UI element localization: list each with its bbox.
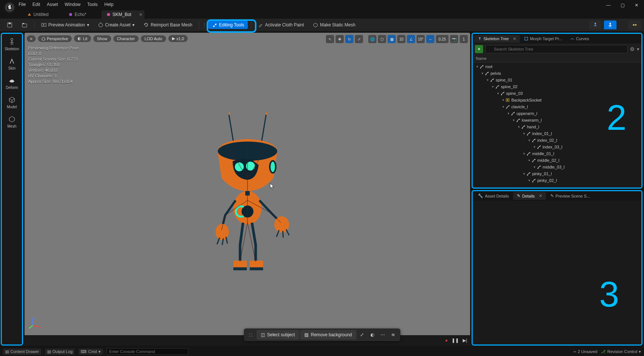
menu-edit[interactable]: Edit [32,2,40,7]
console-input[interactable] [107,348,188,355]
menu-file[interactable]: File [19,2,26,7]
playback-speed[interactable]: ▶x1.0 [168,35,188,42]
minimize-button[interactable]: — [603,1,614,9]
svg-point-8 [595,23,596,24]
tree-row[interactable]: ▾pinky_02_l [473,177,641,184]
tree-row[interactable]: ▾lowerarm_l [473,117,641,124]
tool-model[interactable]: Model [7,96,17,109]
output-log-button[interactable]: ▤Output Log [45,349,75,355]
grid-snap-toggle[interactable]: ▦ [388,35,396,43]
show-button[interactable]: Show [93,35,111,42]
unsaved-indicator[interactable]: ▫▫2 Unsaved [573,349,597,354]
tool-deform[interactable]: Deform [6,76,18,90]
tree-row[interactable]: ▾upperarm_l [473,110,641,117]
viewport[interactable]: ≡ Perspective ◐Lit Show Character LOD Au… [25,33,470,346]
close-icon[interactable]: ✕ [139,12,142,17]
content-drawer-button[interactable]: ▤Content Drawer [3,349,41,355]
tree-row[interactable]: ▾index_03_l [473,144,641,150]
close-icon[interactable]: ✕ [513,36,516,41]
surface-snap[interactable]: ⬡ [378,35,386,43]
rotation-snap-value[interactable]: 10° [417,35,425,43]
select-tool[interactable]: ↖ [326,35,334,43]
tree-row[interactable]: ▾spine_02 [473,83,641,90]
skeleton-mode-button[interactable] [589,20,602,29]
tree-row[interactable]: ▾middle_01_l [473,150,641,157]
maximize-button[interactable]: ▢ [617,1,628,9]
scale-tool[interactable]: ⤢ [355,35,363,43]
camera-speed-value[interactable]: 1 [460,35,468,43]
tab-curves[interactable]: Curves [567,35,593,42]
close-icon[interactable]: ✕ [539,193,542,198]
tab-asset-details[interactable]: 🔧Asset Details [474,192,512,200]
browse-button[interactable] [18,20,31,29]
tab-skm-bot[interactable]: SKM_Bot ✕ [101,10,145,19]
menu-window[interactable]: Window [65,2,81,7]
rotate-tool[interactable]: ↻ [345,35,353,43]
character-button[interactable]: Character [113,35,139,42]
tree-row[interactable]: ▾BackpackSocket [473,97,641,103]
skeleton-tree[interactable]: ▾root▾pelvis▾spine_01▾spine_02▾spine_03▾… [473,62,641,187]
world-local-toggle[interactable]: 🌐 [368,35,376,43]
tool-mesh[interactable]: Mesh [7,115,16,128]
chevron-down-icon[interactable]: ▾ [637,46,639,52]
lit-button[interactable]: ◐Lit [74,35,91,42]
mesh-mode-button[interactable] [604,20,617,29]
make-static-mesh-button[interactable]: Make Static Mesh [309,21,359,29]
move-tool[interactable]: ✥ [336,35,344,43]
animation-mode-button[interactable] [628,20,641,29]
settings-icon[interactable]: ⚙ [630,46,635,52]
cmd-button[interactable]: ⌨Cmd▾ [78,349,103,355]
tree-row[interactable]: ▾hand_l [473,124,641,130]
menu-help[interactable]: Help [104,2,114,7]
remove-background-button[interactable]: ▨Remove background [300,330,356,340]
search-input[interactable] [485,45,628,53]
scale-snap-value[interactable]: 0.25 [436,35,449,43]
create-asset-button[interactable]: Create Asset ▾ [94,21,139,29]
step-button[interactable]: ▶| [463,338,467,343]
tree-row[interactable]: ▾spine_03 [473,90,641,97]
camera-speed[interactable]: 📷 [450,35,458,43]
tree-row[interactable]: ▾index_02_l [473,137,641,144]
tool-skeleton[interactable]: Skeleton [5,38,19,51]
tree-row[interactable]: ▾middle_03_l [473,164,641,170]
tree-row[interactable]: ▾middle_02_l [473,157,641,164]
tab-preview-scene[interactable]: ✎Preview Scene S... [547,192,594,200]
scale-snap-toggle[interactable]: ↔ [426,35,434,43]
tree-row[interactable]: ▾spine_01 [473,77,641,83]
record-button[interactable]: ● [445,338,448,343]
tab-untitled[interactable]: Untitled [22,10,62,19]
editing-tools-button[interactable]: Editing Tools [208,21,248,29]
filters-icon[interactable]: ≋ [388,330,398,340]
tab-skeleton-tree[interactable]: Skeleton Tree✕ [474,35,520,43]
unreal-logo[interactable] [4,2,15,13]
viewport-options-button[interactable]: ≡ [27,35,36,42]
tree-row[interactable]: ▾pelvis [473,70,641,77]
crop-icon[interactable]: ⤢ [357,330,367,340]
adjust-icon[interactable]: ◐ [368,330,377,340]
lod-button[interactable]: LOD Auto [141,35,166,42]
tree-row[interactable]: ▾index_01_l [473,130,641,137]
tab-details[interactable]: ✎Details✕ [513,192,546,200]
rotation-snap-toggle[interactable]: ∠ [407,35,415,43]
save-button[interactable] [3,20,16,29]
more-icon[interactable]: ⋯ [378,330,388,340]
tab-morph-targets[interactable]: Morph Target Pr... [521,35,566,42]
tree-row[interactable]: ▾pinky_01_l [473,170,641,177]
tool-skin[interactable]: Skin [8,57,16,70]
pause-button[interactable]: ❚❚ [452,338,459,343]
tree-row[interactable]: ▾clavicle_l [473,103,641,110]
tree-row[interactable]: ▾root [473,63,641,70]
add-button[interactable]: + [475,45,483,53]
reimport-button[interactable]: Reimport Base Mesh [140,21,196,29]
revision-control-button[interactable]: ⎇Revision Control▾ [601,349,641,354]
menu-tools[interactable]: Tools [87,2,98,7]
tab-echo[interactable]: Echo* [64,10,100,19]
grid-snap-value[interactable]: 10 [397,35,405,43]
select-subject-button[interactable]: ◫Select subject [256,330,300,340]
activate-cloth-paint-button[interactable]: Activate Cloth Paint [254,21,308,29]
close-button[interactable]: ✕ [631,1,642,9]
perspective-button[interactable]: Perspective [38,35,72,42]
crop-handle-icon[interactable]: ⸬ [246,330,256,340]
menu-asset[interactable]: Asset [47,2,58,7]
preview-animation-button[interactable]: Preview Animation ▾ [38,21,93,29]
